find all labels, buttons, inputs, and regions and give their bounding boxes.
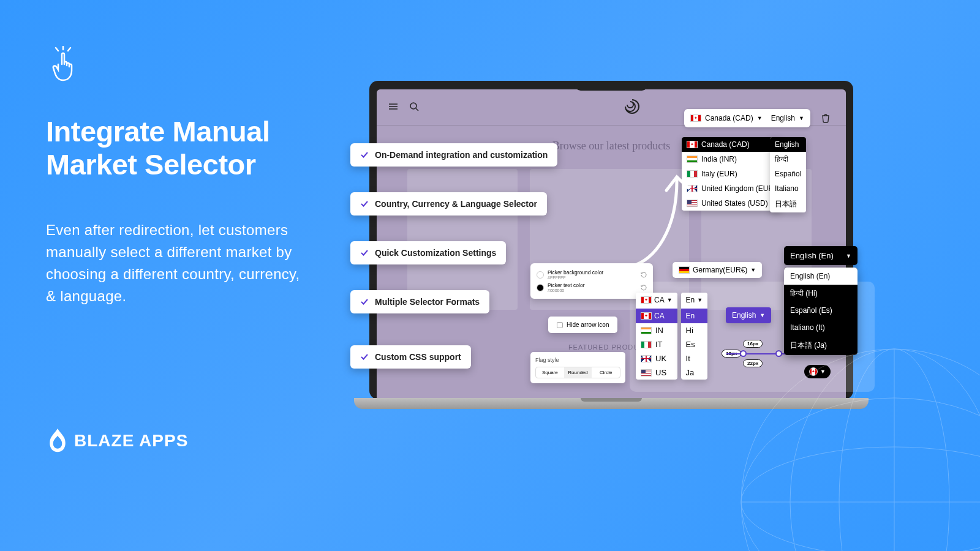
svg-point-10 (741, 398, 980, 551)
checkbox[interactable] (557, 322, 563, 328)
compact-lang-option[interactable]: Hi (681, 323, 708, 337)
language-option[interactable]: 日本語 (770, 196, 806, 212)
chevron-down-icon: ▼ (846, 253, 851, 259)
language-option[interactable]: Español (770, 167, 806, 181)
brand-name: BLAZE APPS (74, 431, 188, 451)
svg-line-7 (416, 108, 418, 111)
check-icon (360, 151, 369, 159)
compact-country-option[interactable]: IN (636, 323, 677, 337)
svg-point-6 (410, 103, 417, 109)
selected-language: English (771, 114, 795, 122)
chevron-down-icon: ▼ (757, 115, 763, 121)
flag-style-option[interactable]: Square (536, 367, 564, 378)
germany-flag-icon (679, 266, 690, 274)
feature-item: Multiple Selector Formats (350, 290, 489, 313)
country-option[interactable]: United States (USD) (682, 196, 781, 211)
color-swatch (537, 284, 544, 291)
flag-style-segments[interactable]: Square Rounded Circle (535, 367, 620, 378)
headline-line1: Integrate Manual (46, 115, 270, 148)
language-option[interactable]: हिन्दी (770, 152, 806, 167)
description: Even after redirection, let customers ma… (46, 219, 309, 307)
reset-icon[interactable] (641, 272, 647, 278)
language-dropdown[interactable]: English हिन्दी Español Italiano 日本語 (770, 137, 806, 212)
compact-lang-option[interactable]: It (681, 351, 708, 365)
language-selector-dark[interactable]: English (En)▼ English (En) हिन्दी (Hi) E… (784, 246, 858, 355)
language-selector-dark-head[interactable]: English (En)▼ (784, 246, 858, 265)
svg-point-12 (790, 349, 980, 551)
country-dropdown[interactable]: Canada (CAD) India (INR) Italy (EUR) Uni… (682, 137, 781, 211)
flag-style-card: Flag style Square Rounded Circle (530, 352, 625, 383)
country-option[interactable]: Italy (EUR) (682, 167, 781, 181)
bg-color-row[interactable]: Picker background color#FFFFFF (537, 268, 647, 281)
feature-item: Custom CSS support (350, 345, 471, 369)
language-pill-purple[interactable]: English▼ (726, 307, 771, 323)
compact-country-option[interactable]: UK (636, 351, 677, 365)
feature-item: Quick Customization Settings (350, 241, 506, 264)
check-icon (360, 353, 369, 361)
check-icon (360, 200, 369, 208)
chevron-down-icon: ▼ (760, 312, 765, 318)
headline-line2: Market Selector (46, 148, 270, 181)
chevron-down-icon: ▼ (750, 267, 756, 273)
hero-text: Browse our latest products (552, 140, 670, 152)
compact-country-selector[interactable]: CA▼ CA IN IT UK US (636, 293, 677, 380)
country-option[interactable]: Canada (CAD) (682, 137, 781, 152)
compact-lang-head: En (681, 309, 708, 323)
color-swatch (537, 271, 544, 279)
compact-selector-group: CA▼ CA IN IT UK US En▼ En Hi Es It Ja (636, 293, 707, 380)
selected-country: Canada (CAD) (705, 114, 753, 122)
hide-arrow-toggle[interactable]: Hide arrow icon (548, 317, 617, 333)
compact-lang-selected[interactable]: En▼ (681, 293, 708, 307)
language-option[interactable]: English (770, 137, 806, 152)
feature-item: Country, Currency & Language Selector (350, 192, 547, 216)
headline: Integrate Manual Market Selector (46, 115, 270, 181)
germany-selector[interactable]: Germany(EUR€)▼ (673, 262, 762, 278)
market-selector-bar: Canada (CAD) ▼ English ▼ (684, 109, 831, 127)
text-color-row[interactable]: Picker text color#000000 (537, 281, 647, 294)
country-option[interactable]: India (INR) (682, 152, 781, 167)
svg-line-0 (56, 48, 58, 51)
pointer-hand-icon (46, 46, 83, 89)
check-icon (360, 249, 369, 257)
arrow-icon (619, 168, 692, 272)
language-option[interactable]: हिन्दी (Hi) (784, 285, 858, 302)
globe-wireframe-icon (735, 343, 980, 551)
flag-style-option[interactable]: Circle (592, 367, 620, 378)
check-icon (360, 298, 369, 306)
language-option[interactable]: Español (Es) (784, 302, 858, 319)
flag-style-option[interactable]: Rounded (564, 367, 592, 378)
flag-style-title: Flag style (535, 357, 620, 363)
color-settings-card: Picker background color#FFFFFF Picker te… (530, 263, 653, 299)
compact-language-selector[interactable]: En▼ En Hi Es It Ja (681, 293, 708, 380)
compact-lang-option[interactable]: Es (681, 337, 708, 351)
svg-line-2 (68, 48, 70, 51)
language-option[interactable]: English (En) (784, 268, 858, 285)
store-logo-icon (624, 98, 641, 115)
search-icon[interactable] (409, 101, 420, 112)
language-option[interactable]: Italiano (770, 181, 806, 196)
cart-icon[interactable] (820, 113, 831, 124)
compact-country-option[interactable]: US (636, 365, 677, 380)
brand-logo: BLAZE APPS (46, 429, 188, 453)
language-option[interactable]: Italiano (It) (784, 319, 858, 336)
compact-country-head: CA (636, 309, 677, 323)
feature-item: On-Demand integration and customization (350, 143, 557, 167)
canada-flag-icon (690, 114, 701, 122)
compact-country-option[interactable]: IT (636, 337, 677, 351)
compact-lang-option[interactable]: Ja (681, 365, 708, 380)
country-option[interactable]: United Kingdom (EUR) (682, 181, 781, 196)
svg-point-9 (741, 447, 980, 551)
menu-icon[interactable] (388, 101, 399, 112)
compact-country-selected[interactable]: CA▼ (636, 293, 677, 307)
reset-icon[interactable] (641, 285, 647, 291)
country-selector[interactable]: Canada (CAD) ▼ English ▼ (684, 109, 810, 127)
chevron-down-icon: ▼ (799, 115, 804, 121)
